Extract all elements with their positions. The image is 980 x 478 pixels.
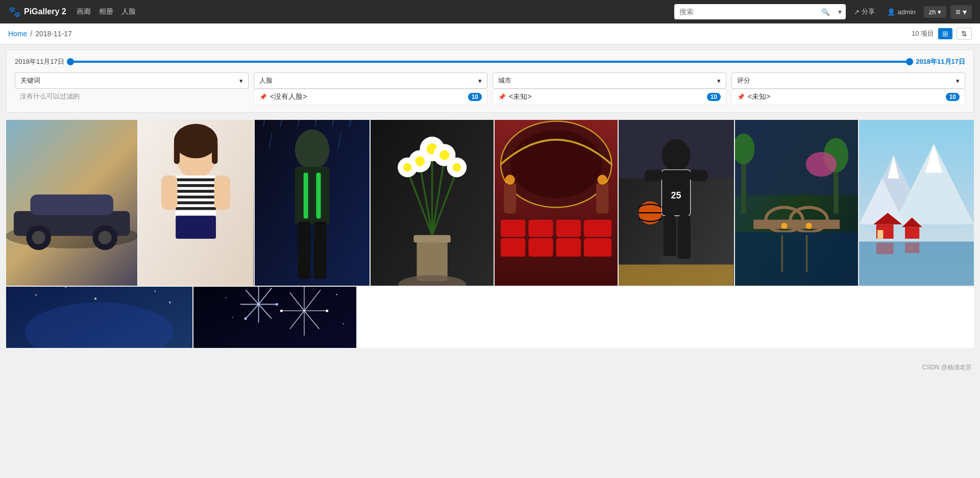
svg-rect-17 bbox=[176, 195, 216, 198]
nav-face[interactable]: 人脸 bbox=[121, 7, 136, 16]
svg-point-149 bbox=[336, 294, 337, 295]
face-filter: 人脸 ▾ 📌 <没有人脸> 10 bbox=[254, 72, 487, 105]
breadcrumb-right: 10 项目 ⊞ ⇅ bbox=[912, 28, 972, 40]
nav-album[interactable]: 相册 bbox=[99, 7, 113, 16]
svg-rect-69 bbox=[504, 183, 516, 213]
svg-rect-60 bbox=[528, 238, 553, 257]
svg-rect-15 bbox=[176, 184, 216, 187]
nav-gallery[interactable]: 画廊 bbox=[77, 7, 91, 16]
photo-8[interactable] bbox=[859, 120, 974, 286]
city-filter: 城市 ▾ 📌 <未知> 10 bbox=[493, 72, 726, 105]
photo-9[interactable] bbox=[6, 287, 192, 348]
svg-rect-112 bbox=[905, 227, 919, 239]
photo-2[interactable] bbox=[138, 120, 253, 286]
breadcrumb-bar: Home / 2018-11-17 10 项目 ⊞ ⇅ bbox=[0, 23, 980, 44]
menu-icon: ≡ bbox=[955, 8, 960, 16]
svg-rect-37 bbox=[298, 221, 310, 279]
user-label: admin bbox=[897, 8, 915, 16]
gallery-row-2 bbox=[6, 287, 974, 348]
search-dropdown[interactable]: ▾ bbox=[834, 4, 846, 19]
city-item[interactable]: 📌 <未知> 10 bbox=[493, 89, 726, 105]
face-count-badge: 10 bbox=[468, 93, 482, 101]
svg-point-75 bbox=[662, 139, 691, 171]
photo-10[interactable] bbox=[193, 287, 356, 348]
svg-rect-111 bbox=[877, 230, 883, 239]
svg-point-10 bbox=[174, 124, 218, 159]
svg-rect-14 bbox=[176, 179, 216, 182]
rating-filter: 评分 ▾ 📌 <未知> 10 bbox=[731, 72, 965, 105]
gallery-empty bbox=[357, 287, 974, 348]
face-items: 📌 <没有人脸> 10 bbox=[254, 89, 487, 105]
gallery-row-1: 25 bbox=[6, 120, 974, 286]
slider-thumb-left[interactable] bbox=[67, 58, 74, 65]
date-end-label: 2018年11月17日 bbox=[916, 57, 965, 66]
sort-button[interactable]: ⇅ bbox=[957, 28, 972, 40]
svg-rect-124 bbox=[193, 287, 356, 348]
date-range-row: 2018年11月17日 2018年11月17日 bbox=[15, 57, 965, 66]
slider-thumb-right[interactable] bbox=[906, 58, 913, 65]
filter-row: 关键词 ▾ 没有什么可以过滤的 人脸 ▾ 📌 <没有人脸> 10 bbox=[15, 72, 965, 105]
svg-point-119 bbox=[94, 297, 96, 299]
date-slider[interactable] bbox=[70, 61, 910, 63]
app-name: PiGallery 2 bbox=[24, 7, 66, 16]
lang-button[interactable]: zh ▾ bbox=[924, 6, 946, 18]
svg-point-56 bbox=[403, 163, 412, 172]
rating-dropdown-icon: ▾ bbox=[956, 77, 960, 85]
face-select[interactable]: 人脸 ▾ bbox=[254, 72, 487, 89]
main-nav: 画廊 相册 人脸 bbox=[77, 7, 136, 16]
svg-rect-63 bbox=[501, 220, 525, 237]
rating-label: 评分 bbox=[737, 76, 750, 85]
rating-item[interactable]: 📌 <未知> 10 bbox=[731, 89, 965, 105]
sort-icon: ⇅ bbox=[961, 30, 967, 38]
city-select[interactable]: 城市 ▾ bbox=[493, 72, 726, 89]
svg-rect-66 bbox=[584, 220, 611, 237]
gallery-section: 25 bbox=[0, 118, 980, 358]
rating-count-badge: 10 bbox=[946, 93, 960, 101]
no-filter-text: 没有什么可以过滤的 bbox=[15, 89, 249, 104]
app-logo[interactable]: 🐾 PiGallery 2 bbox=[8, 6, 66, 18]
keyword-select[interactable]: 关键词 ▾ bbox=[15, 72, 249, 89]
photo-7[interactable] bbox=[735, 120, 858, 286]
svg-rect-41 bbox=[413, 235, 450, 242]
svg-rect-40 bbox=[416, 238, 447, 281]
svg-point-145 bbox=[326, 310, 328, 312]
face-item[interactable]: 📌 <没有人脸> 10 bbox=[254, 89, 487, 105]
home-link[interactable]: Home bbox=[8, 30, 27, 38]
rating-select[interactable]: 评分 ▾ bbox=[731, 72, 965, 89]
svg-rect-61 bbox=[556, 238, 581, 257]
breadcrumb-current: 2018-11-17 bbox=[35, 30, 72, 38]
keyword-filter: 关键词 ▾ 没有什么可以过滤的 bbox=[15, 72, 249, 105]
svg-rect-83 bbox=[678, 215, 691, 261]
svg-point-52 bbox=[439, 150, 449, 160]
svg-point-97 bbox=[781, 223, 787, 229]
filter-panel: 2018年11月17日 2018年11月17日 关键词 ▾ 没有什么可以过滤的 … bbox=[6, 49, 974, 113]
photo-4[interactable] bbox=[371, 120, 494, 286]
grid-view-button[interactable]: ⊞ bbox=[938, 28, 952, 39]
photo-3[interactable] bbox=[255, 120, 370, 286]
search-button[interactable]: 🔍 bbox=[817, 4, 834, 19]
svg-rect-19 bbox=[176, 207, 216, 210]
svg-rect-115 bbox=[905, 243, 919, 253]
svg-point-33 bbox=[295, 130, 329, 170]
svg-text:25: 25 bbox=[671, 190, 681, 200]
share-button[interactable]: ↗ 分享 bbox=[850, 5, 879, 18]
photo-6[interactable]: 25 bbox=[619, 120, 733, 286]
user-button[interactable]: 👤 admin bbox=[883, 6, 919, 18]
svg-rect-36 bbox=[316, 172, 321, 218]
search-input[interactable] bbox=[674, 8, 817, 16]
city-count-badge: 10 bbox=[707, 93, 721, 101]
svg-rect-38 bbox=[314, 221, 327, 279]
photo-1[interactable] bbox=[6, 120, 137, 286]
item-count: 10 项目 bbox=[912, 29, 934, 38]
menu-button[interactable]: ≡ ▾ bbox=[950, 5, 972, 19]
svg-point-146 bbox=[280, 310, 282, 312]
svg-point-98 bbox=[805, 223, 812, 229]
rating-item-label: <未知> bbox=[748, 92, 770, 102]
photo-5[interactable] bbox=[495, 120, 618, 286]
face-dropdown-icon: ▾ bbox=[478, 77, 482, 85]
city-items: 📌 <未知> 10 bbox=[493, 89, 726, 105]
svg-rect-114 bbox=[876, 243, 894, 255]
date-start-label: 2018年11月17日 bbox=[15, 57, 64, 66]
share-label: 分享 bbox=[862, 7, 875, 16]
breadcrumb-separator: / bbox=[30, 30, 32, 38]
